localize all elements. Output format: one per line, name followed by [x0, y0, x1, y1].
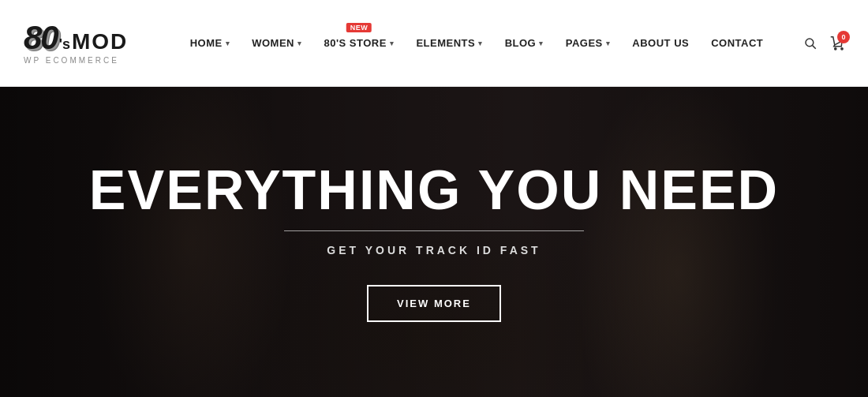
nav-item-blog[interactable]: BLOG ▾	[494, 37, 555, 49]
cart-count-badge: 0	[837, 31, 850, 43]
hero-section: EVERYTHING YOU NEED GET YOUR TRACK ID FA…	[0, 87, 868, 397]
logo-text-apostrophe-s: 's	[59, 36, 70, 53]
search-button[interactable]	[803, 36, 817, 51]
search-icon	[803, 36, 817, 51]
nav-label-store: 80'S STORE	[324, 37, 386, 49]
nav-item-pages[interactable]: PAGES ▾	[555, 37, 622, 49]
svg-point-0	[806, 39, 814, 47]
header-icons: 0	[803, 36, 844, 51]
nav-item-elements[interactable]: ELEMENTS ▾	[405, 37, 493, 49]
cart-button[interactable]: 0	[830, 36, 844, 51]
nav-label-about: ABOUT US	[632, 37, 689, 49]
nav-label-elements: ELEMENTS	[416, 37, 475, 49]
chevron-down-icon: ▾	[297, 39, 302, 47]
header: 80's MOD WP ECOMMERCE HOME ▾ WOMEN ▾ NEW…	[0, 0, 868, 87]
nav-item-women[interactable]: WOMEN ▾	[241, 37, 312, 49]
nav-item-store[interactable]: NEW 80'S STORE ▾	[312, 37, 405, 49]
svg-point-3	[841, 47, 843, 49]
nav-label-women: WOMEN	[252, 37, 294, 49]
logo[interactable]: 80's MOD WP ECOMMERCE	[24, 21, 150, 65]
chevron-down-icon: ▾	[606, 39, 611, 47]
nav-label-contact: CONTACT	[711, 37, 763, 49]
nav-label-home: HOME	[190, 37, 223, 49]
hero-cta-button[interactable]: VIEW MORE	[367, 285, 501, 322]
chevron-down-icon: ▾	[478, 39, 483, 47]
chevron-down-icon: ▾	[390, 39, 395, 47]
hero-title: EVERYTHING YOU NEED	[89, 163, 779, 218]
svg-line-1	[813, 45, 816, 48]
nav-item-about[interactable]: ABOUT US	[621, 37, 700, 49]
hero-content: EVERYTHING YOU NEED GET YOUR TRACK ID FA…	[0, 87, 868, 397]
hero-subtitle: GET YOUR TRACK ID FAST	[327, 244, 541, 257]
logo-text-mod: MOD	[72, 29, 128, 54]
logo-tagline: WP ECOMMERCE	[24, 56, 119, 65]
nav-item-home[interactable]: HOME ▾	[179, 37, 241, 49]
logo-text-80s: 80	[24, 21, 58, 54]
chevron-down-icon: ▾	[226, 39, 230, 47]
nav-item-contact[interactable]: CONTACT	[700, 37, 774, 49]
nav-label-blog: BLOG	[505, 37, 537, 49]
chevron-down-icon: ▾	[539, 39, 544, 47]
hero-divider	[284, 230, 584, 231]
nav-label-pages: PAGES	[566, 37, 603, 49]
main-nav: HOME ▾ WOMEN ▾ NEW 80'S STORE ▾ ELEMENTS…	[150, 37, 803, 49]
new-badge: NEW	[346, 23, 372, 32]
svg-point-2	[835, 47, 836, 49]
